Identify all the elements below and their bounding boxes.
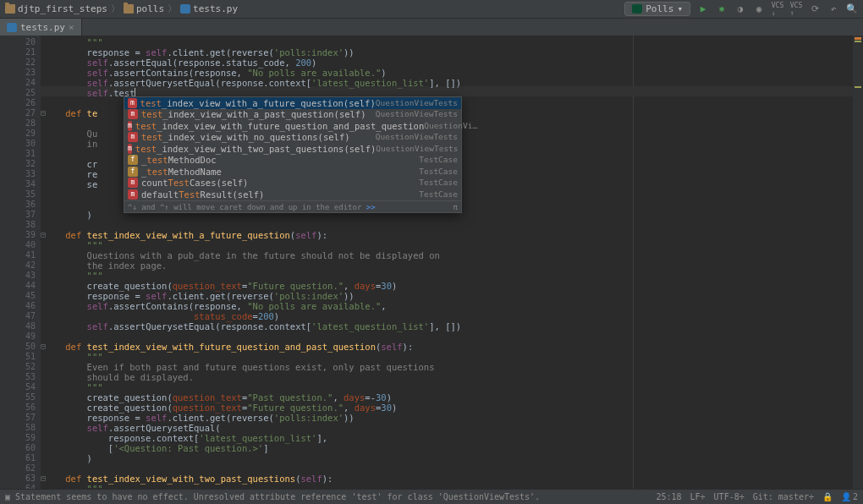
completion-class: TestCase (419, 167, 458, 177)
line-separator[interactable]: LF÷ (690, 492, 706, 501)
error-mark[interactable] (855, 37, 861, 40)
line-number[interactable]: 26 (0, 98, 41, 108)
line-number[interactable]: 58 (0, 423, 41, 433)
vcs-commit-icon[interactable]: VCS↑ (790, 3, 802, 15)
line-number[interactable]: 27⊟ (0, 108, 41, 118)
search-icon[interactable]: 🔍 (846, 3, 858, 15)
completion-hint-link[interactable]: >> (366, 203, 376, 211)
folder-icon (124, 4, 134, 14)
run-configuration-dropdown[interactable]: Polls ▾ (624, 2, 690, 16)
method-icon: m (128, 178, 138, 188)
line-number[interactable]: 56 (0, 403, 41, 413)
line-number[interactable]: 28 (0, 118, 41, 129)
warning-mark[interactable] (855, 41, 861, 42)
line-number[interactable]: 22 (0, 58, 41, 68)
completion-class: QuestionViewTests (376, 132, 458, 142)
line-number[interactable]: 39⊟ (0, 230, 41, 240)
line-number[interactable]: 57 (0, 413, 41, 423)
completion-item[interactable]: mtest_index_view_with_a_past_question(se… (124, 109, 461, 121)
line-number[interactable]: 51 (0, 352, 41, 362)
completion-name: test_index_view_with_a_future_question(s… (140, 98, 376, 108)
completion-item[interactable]: mtest_index_view_with_two_past_questions… (124, 143, 461, 155)
line-number[interactable]: 55 (0, 392, 41, 403)
code-area[interactable]: """ response = self.client.get(reverse('… (41, 36, 853, 489)
completion-item[interactable]: mtest_index_view_with_a_future_question(… (124, 97, 461, 109)
vcs-update-icon[interactable]: VCS↓ (772, 3, 783, 15)
line-number[interactable]: 40 (0, 240, 41, 250)
line-number[interactable]: 37 (0, 210, 41, 220)
line-number[interactable]: 42 (0, 260, 41, 271)
coverage-icon[interactable]: ◑ (734, 3, 746, 15)
breadcrumb-project[interactable]: djtp_first_steps (5, 3, 107, 14)
completion-item[interactable]: mcountTestCases(self)TestCase (124, 178, 461, 189)
completion-class: TestCase (419, 155, 458, 165)
line-number[interactable]: 52 (0, 362, 41, 372)
status-bar-toggle-icon[interactable]: ▣ (5, 492, 10, 501)
status-bar: ▣ Statement seems to have no effect. Unr… (0, 489, 863, 504)
line-number[interactable]: 61 (0, 453, 41, 463)
completion-item[interactable]: f_testMethodDocTestCase (124, 155, 461, 167)
lock-icon[interactable]: 🔒 (822, 492, 833, 501)
tab-tests-py[interactable]: tests.py × (0, 19, 82, 36)
breadcrumb-file[interactable]: tests.py (180, 3, 238, 14)
line-number[interactable]: 31 (0, 149, 41, 159)
line-number[interactable]: 47 (0, 311, 41, 321)
line-number[interactable]: 60 (0, 443, 41, 453)
line-number[interactable]: 30 (0, 139, 41, 149)
line-number[interactable]: 63⊟ (0, 474, 41, 484)
breadcrumb-app[interactable]: polls (124, 3, 164, 14)
status-message: Statement seems to have no effect. Unres… (15, 492, 540, 501)
python-file-icon (180, 4, 190, 14)
line-number[interactable]: 49 (0, 331, 41, 342)
line-number[interactable]: 38 (0, 220, 41, 230)
history-icon[interactable]: ⟳ (809, 3, 821, 15)
line-number[interactable]: 62 (0, 463, 41, 474)
method-icon: m (128, 121, 132, 131)
cursor-position[interactable]: 25:18 (656, 492, 681, 501)
line-number[interactable]: 34 (0, 179, 41, 189)
completion-item[interactable]: mtest_index_view_with_no_questions(self)… (124, 132, 461, 144)
line-number[interactable]: 35 (0, 189, 41, 200)
close-icon[interactable]: × (69, 22, 74, 33)
line-number[interactable]: 36 (0, 200, 41, 210)
line-number[interactable]: 33 (0, 169, 41, 179)
line-number[interactable]: 25 (0, 88, 41, 98)
completion-name: test_index_view_with_a_past_question(sel… (141, 109, 376, 119)
completion-item[interactable]: mdefaultTestResult(self)TestCase (124, 189, 461, 200)
completion-item[interactable]: f_testMethodNameTestCase (124, 166, 461, 178)
line-number[interactable]: 20 (0, 37, 41, 47)
line-number[interactable]: 23 (0, 68, 41, 78)
field-icon: f (128, 167, 138, 177)
line-number[interactable]: 43 (0, 271, 41, 281)
line-number[interactable]: 21 (0, 47, 41, 58)
line-number[interactable]: 32 (0, 159, 41, 169)
line-number[interactable]: 48 (0, 321, 41, 331)
line-number-gutter[interactable]: 2021222324252627⊟28293031323334353637383… (0, 36, 41, 489)
completion-item[interactable]: mtest_index_view_with_future_question_an… (124, 120, 461, 132)
line-number[interactable]: 50⊟ (0, 342, 41, 352)
method-icon: m (128, 98, 137, 108)
code-completion-popup[interactable]: mtest_index_view_with_a_future_question(… (124, 96, 462, 213)
completion-name: test_index_view_with_no_questions(self) (141, 132, 376, 142)
line-number[interactable]: 54 (0, 382, 41, 392)
run-icon[interactable]: ▶ (697, 3, 709, 15)
warning-mark[interactable] (855, 86, 861, 88)
git-branch[interactable]: Git: master÷ (753, 492, 814, 501)
line-number[interactable]: 44 (0, 281, 41, 291)
line-number[interactable]: 41 (0, 250, 41, 260)
tab-label: tests.py (20, 22, 65, 33)
file-encoding[interactable]: UTF-8÷ (714, 492, 745, 501)
loading-icon[interactable]: ◉ (753, 3, 765, 15)
back-icon[interactable]: ↶ (827, 3, 839, 15)
line-number[interactable]: 59 (0, 433, 41, 443)
line-number[interactable]: 29 (0, 129, 41, 139)
editor-scrollbar[interactable] (853, 36, 863, 489)
line-number[interactable]: 24 (0, 78, 41, 88)
debug-icon[interactable]: ✱ (716, 3, 728, 15)
notification-badge[interactable]: 👤2 (841, 492, 858, 501)
line-number[interactable]: 46 (0, 301, 41, 311)
line-number[interactable]: 45 (0, 291, 41, 301)
completion-name: countTestCases(self) (141, 178, 419, 188)
chevron-right-icon: 〉 (168, 3, 177, 15)
line-number[interactable]: 53 (0, 372, 41, 382)
